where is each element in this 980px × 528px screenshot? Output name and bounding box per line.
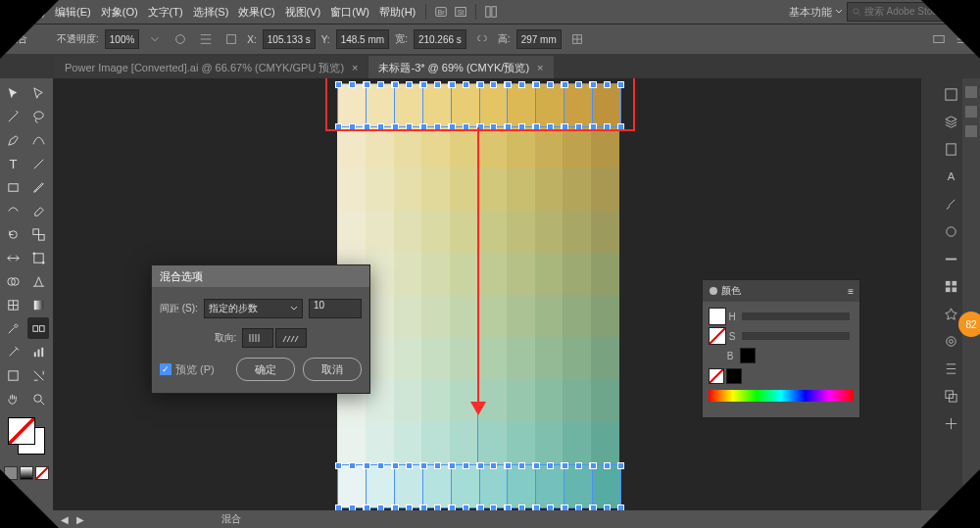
dock-icon[interactable] (965, 86, 977, 98)
selection-bottom-row[interactable] (337, 464, 621, 508)
lasso-tool-icon[interactable] (27, 106, 49, 127)
close-icon[interactable]: × (537, 62, 543, 73)
s-slider[interactable] (742, 332, 850, 340)
svg-rect-8 (227, 35, 236, 44)
recolor-icon[interactable] (171, 29, 190, 49)
width-tool-icon[interactable] (2, 247, 24, 268)
dock-icon[interactable] (965, 125, 977, 137)
stroke-swatch-icon[interactable] (709, 327, 726, 345)
rotate-tool-icon[interactable] (2, 223, 24, 245)
steps-input[interactable]: 10 (309, 299, 362, 318)
menu-type[interactable]: 文字(T) (144, 3, 187, 22)
selection-top-row[interactable] (337, 83, 621, 127)
svg-rect-15 (38, 234, 44, 240)
shape-builder-tool-icon[interactable] (2, 270, 24, 292)
transform-icon[interactable] (221, 29, 241, 49)
dock-icon[interactable] (965, 106, 977, 118)
perspective-grid-tool-icon[interactable] (27, 270, 49, 292)
svg-rect-5 (492, 7, 496, 18)
align-icon[interactable] (196, 29, 216, 49)
zoom-tool-icon[interactable] (27, 388, 49, 409)
menu-select[interactable]: 选择(S) (189, 3, 233, 22)
setup-icon[interactable] (929, 29, 949, 49)
svg-point-40 (946, 336, 955, 345)
ok-button[interactable]: 确定 (236, 358, 295, 381)
workspace-switcher[interactable]: 基本功能 (789, 5, 843, 20)
free-transform-tool-icon[interactable] (27, 247, 49, 268)
svg-rect-24 (39, 325, 44, 331)
mesh-tool-icon[interactable] (2, 294, 24, 315)
x-label: X: (247, 34, 256, 45)
svg-rect-10 (934, 36, 945, 43)
notification-badge[interactable]: 82 (958, 312, 980, 337)
tab-document-2[interactable]: 未标题-3* @ 69% (CMYK/预览)× (368, 56, 553, 79)
orient-align-page-icon[interactable] (242, 328, 273, 348)
svg-rect-36 (945, 280, 950, 285)
h-label: 高: (498, 32, 511, 46)
h-slider[interactable] (742, 312, 850, 320)
x-value[interactable]: 105.133 s (263, 29, 316, 49)
menu-object[interactable]: 对象(O) (97, 3, 142, 22)
spacing-mode-select[interactable]: 指定的步数 (204, 299, 303, 318)
fill-stroke-swatch[interactable] (8, 417, 45, 455)
paintbrush-tool-icon[interactable] (27, 176, 49, 198)
stock-icon[interactable]: St (452, 3, 469, 21)
y-value[interactable]: 148.5 mm (336, 29, 389, 49)
column-graph-tool-icon[interactable] (27, 341, 49, 362)
panel-menu-icon[interactable]: ≡ (848, 286, 854, 297)
svg-point-11 (33, 111, 42, 119)
line-tool-icon[interactable] (27, 153, 49, 174)
menu-view[interactable]: 视图(V) (281, 3, 325, 22)
direct-selection-tool-icon[interactable] (27, 82, 49, 104)
curvature-tool-icon[interactable] (27, 129, 49, 151)
h-value[interactable]: 297 mm (516, 29, 562, 49)
type-tool-icon[interactable]: T (2, 153, 24, 174)
b-swatch[interactable] (740, 348, 756, 363)
canvas[interactable]: 混合选项 间距 (S): 指定的步数 10 取向: ✓预览 (P) (53, 78, 921, 510)
svg-rect-27 (41, 347, 43, 356)
isolate-icon[interactable] (567, 29, 587, 49)
chevron-down-icon[interactable] (145, 29, 165, 49)
blend-tool-icon[interactable] (27, 317, 49, 339)
hand-tool-icon[interactable] (2, 388, 24, 409)
preview-checkbox[interactable]: ✓ (160, 363, 172, 375)
symbol-sprayer-tool-icon[interactable] (2, 341, 24, 362)
spectrum-ramp[interactable] (709, 390, 854, 402)
none-swatch-icon[interactable] (709, 368, 724, 384)
shaper-tool-icon[interactable] (2, 200, 24, 221)
svg-text:T: T (9, 157, 17, 171)
tab-document-1[interactable]: Power Image [Converted].ai @ 66.67% (CMY… (55, 56, 368, 79)
rectangle-tool-icon[interactable] (2, 176, 24, 198)
black-swatch-icon[interactable] (726, 368, 742, 384)
cancel-button[interactable]: 取消 (303, 358, 362, 381)
link-wh-icon[interactable] (472, 29, 492, 49)
menu-help[interactable]: 帮助(H) (375, 3, 419, 22)
arrange-icon[interactable] (482, 3, 500, 21)
magic-wand-tool-icon[interactable] (2, 106, 24, 127)
eyedropper-tool-icon[interactable] (2, 317, 24, 339)
color-mode-icons[interactable] (2, 466, 51, 480)
toolbox: T (0, 78, 53, 510)
gradient-tool-icon[interactable] (27, 294, 49, 315)
bridge-icon[interactable]: Br (432, 3, 450, 21)
svg-rect-28 (8, 370, 17, 379)
close-icon[interactable]: × (352, 62, 358, 73)
spacing-label: 间距 (S): (160, 302, 198, 315)
svg-point-6 (854, 9, 858, 14)
menu-effect[interactable]: 效果(C) (234, 3, 278, 22)
orient-align-path-icon[interactable] (275, 328, 307, 348)
scale-tool-icon[interactable] (27, 223, 49, 245)
selection-tool-icon[interactable] (2, 82, 24, 104)
artboard-tool-icon[interactable] (2, 364, 24, 386)
w-value[interactable]: 210.266 s (414, 29, 466, 49)
pen-tool-icon[interactable] (2, 129, 24, 151)
dialog-title: 混合选项 (152, 265, 369, 287)
opacity-value[interactable]: 100% (105, 29, 140, 49)
svg-point-7 (176, 35, 185, 44)
menu-window[interactable]: 窗口(W) (326, 3, 373, 22)
fill-swatch-icon[interactable] (709, 308, 726, 325)
eraser-tool-icon[interactable] (27, 200, 49, 221)
slice-tool-icon[interactable] (27, 364, 49, 386)
menu-edit[interactable]: 编辑(E) (51, 3, 95, 22)
svg-text:A: A (947, 170, 955, 182)
